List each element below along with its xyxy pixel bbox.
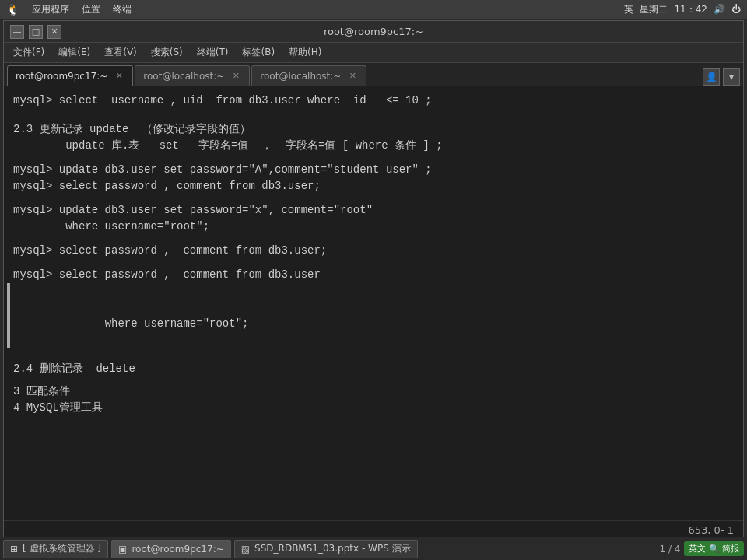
app-menu[interactable]: 应用程序 [32, 3, 69, 16]
sql-select-cmd5b: where username="root"; [13, 283, 734, 348]
taskbar-terminal[interactable]: ▣ root@room9pc17:~ [111, 540, 231, 558]
sql-update-cmd1: mysql> update db3.user set password="A",… [13, 162, 734, 178]
sql-select-cmd5: mysql> select password , comment from db… [13, 267, 734, 283]
terminal-window: — □ ✕ root@room9pc17:~ 文件(F) 编辑(E) 查看(V)… [3, 20, 744, 540]
window-title: root@room9pc17:~ [61, 26, 686, 37]
terminal-menu-sys[interactable]: 终端 [113, 3, 132, 16]
menu-terminal[interactable]: 终端(T) [191, 44, 235, 61]
taskbar: ⊞ [ 虚拟系统管理器 ] ▣ root@room9pc17:~ ▨ SSD_R… [0, 537, 747, 560]
wps-label: SSD_RDBMS1_03.pptx - WPS 演示 [254, 542, 411, 555]
ubuntu-logo-icon: 🐧 [6, 3, 19, 16]
section-2-4-header: 2.4 删除记录 delete [13, 361, 734, 377]
vm-icon: ⊞ [10, 544, 18, 555]
weekday-label: 星期二 [640, 3, 668, 16]
sql-select-cmd4: mysql> select password , comment from db… [13, 243, 734, 259]
badge-en: 英文 [689, 543, 706, 555]
volume-icon: 🔊 [714, 4, 725, 15]
sql-update-cmd3: mysql> update db3.user set password="x",… [13, 202, 734, 219]
menu-help[interactable]: 帮助(H) [282, 44, 328, 61]
title-bar: — □ ✕ root@room9pc17:~ [4, 21, 743, 43]
tab-bar: root@room9pc17:~ ✕ root@localhost:~ ✕ ro… [4, 63, 743, 86]
system-bar-right: 英 星期二 11：42 🔊 ⏻ [624, 3, 741, 16]
tab-1-label: root@room9pc17:~ [16, 71, 107, 82]
tab-1-close[interactable]: ✕ [114, 71, 124, 82]
sql-update-cmd3b: where username="root"; [13, 219, 734, 235]
title-bar-controls: — □ ✕ [10, 25, 61, 39]
menu-view[interactable]: 查看(V) [98, 44, 143, 61]
tab-bar-right: 👤 ▾ [703, 68, 740, 86]
time-label: 11：42 [674, 3, 707, 16]
tab-2-close[interactable]: ✕ [230, 71, 241, 82]
menu-file[interactable]: 文件(F) [7, 44, 51, 61]
section-2-3-syntax: update 库.表 set 字段名=值 ， 字段名=值 [ where 条件 … [13, 138, 734, 154]
system-bar: 🐧 应用程序 位置 终端 英 星期二 11：42 🔊 ⏻ [0, 0, 747, 19]
wps-icon: ▨ [241, 544, 250, 555]
tab-3-close[interactable]: ✕ [347, 71, 358, 82]
terminal-label: root@room9pc17:~ [132, 544, 223, 555]
section-2-3-header: 2.3 更新记录 update （修改记录字段的值） [13, 121, 734, 138]
maximize-button[interactable]: □ [29, 25, 43, 39]
menu-bookmarks[interactable]: 标签(B) [236, 44, 281, 61]
page-number: 1 / 4 [660, 544, 681, 555]
lang-indicator: 英 [624, 3, 633, 16]
menu-bar: 文件(F) 编辑(E) 查看(V) 搜索(S) 终端(T) 标签(B) 帮助(H… [4, 43, 743, 63]
system-bar-left: 🐧 应用程序 位置 终端 [6, 3, 132, 16]
tab-3-label: root@localhost:~ [260, 71, 341, 82]
tab-menu-icon[interactable]: ▾ [723, 68, 740, 86]
taskbar-wps[interactable]: ▨ SSD_RDBMS1_03.pptx - WPS 演示 [234, 540, 418, 558]
power-icon: ⏻ [731, 4, 741, 15]
terminal-content[interactable]: mysql> select username , uid from db3.us… [4, 86, 743, 520]
sql-select-line1: mysql> select username , uid from db3.us… [13, 93, 734, 109]
location-menu[interactable]: 位置 [82, 3, 100, 16]
tab-1[interactable]: root@room9pc17:~ ✕ [7, 65, 133, 86]
tab-3[interactable]: root@localhost:~ ✕ [251, 65, 366, 86]
cursor-bar [7, 283, 10, 348]
menu-edit[interactable]: 编辑(E) [52, 44, 96, 61]
cursor-position: 653, 0- 1 [689, 524, 734, 536]
tab-2[interactable]: root@localhost:~ ✕ [135, 65, 250, 86]
vm-label: [ 虚拟系统管理器 ] [23, 542, 101, 555]
taskbar-vm-manager[interactable]: ⊞ [ 虚拟系统管理器 ] [3, 540, 108, 558]
close-button[interactable]: ✕ [47, 25, 61, 39]
minimize-button[interactable]: — [10, 25, 24, 39]
taskbar-right: 1 / 4 英文 🔍 简报 [660, 541, 744, 556]
sql-select-cmd2: mysql> select password , comment from db… [13, 178, 734, 194]
new-tab-icon[interactable]: 👤 [703, 68, 720, 86]
input-method-badge[interactable]: 英文 🔍 简报 [684, 541, 745, 556]
section-4-header: 4 MySQL管理工具 [13, 400, 734, 416]
section-3-header: 3 匹配条件 [13, 383, 734, 400]
menu-search[interactable]: 搜索(S) [145, 44, 189, 61]
badge-icons: 🔍 简报 [709, 543, 740, 555]
tab-2-label: root@localhost:~ [143, 71, 224, 82]
terminal-icon: ▣ [118, 544, 127, 555]
